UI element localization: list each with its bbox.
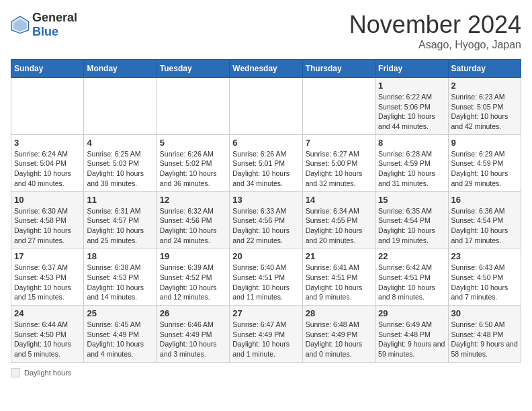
calendar-cell: 18Sunrise: 6:38 AM Sunset: 4:53 PM Dayli… — [84, 248, 157, 306]
calendar-cell: 21Sunrise: 6:41 AM Sunset: 4:51 PM Dayli… — [302, 248, 375, 306]
day-number: 5 — [160, 138, 226, 148]
legend-box — [11, 368, 20, 377]
day-info: Sunrise: 6:36 AM Sunset: 4:54 PM Dayligh… — [451, 206, 518, 246]
day-number: 23 — [451, 251, 518, 261]
calendar-table: SundayMondayTuesdayWednesdayThursdayFrid… — [11, 59, 521, 363]
calendar-cell: 12Sunrise: 6:32 AM Sunset: 4:56 PM Dayli… — [157, 191, 229, 248]
calendar-cell — [84, 78, 157, 135]
calendar-cell: 11Sunrise: 6:31 AM Sunset: 4:57 PM Dayli… — [84, 191, 157, 248]
day-info: Sunrise: 6:46 AM Sunset: 4:49 PM Dayligh… — [160, 320, 226, 359]
day-info: Sunrise: 6:31 AM Sunset: 4:57 PM Dayligh… — [87, 206, 153, 246]
day-info: Sunrise: 6:37 AM Sunset: 4:53 PM Dayligh… — [14, 263, 81, 302]
day-number: 6 — [232, 138, 299, 148]
day-number: 20 — [232, 251, 299, 261]
calendar-cell: 19Sunrise: 6:39 AM Sunset: 4:52 PM Dayli… — [157, 248, 229, 306]
day-info: Sunrise: 6:40 AM Sunset: 4:51 PM Dayligh… — [232, 263, 299, 302]
calendar-cell: 13Sunrise: 6:33 AM Sunset: 4:56 PM Dayli… — [230, 191, 302, 248]
day-info: Sunrise: 6:43 AM Sunset: 4:50 PM Dayligh… — [451, 263, 518, 302]
calendar-week-1: 1Sunrise: 6:22 AM Sunset: 5:06 PM Daylig… — [11, 78, 521, 135]
day-number: 24 — [14, 308, 81, 318]
legend: Daylight hours — [11, 368, 521, 377]
day-header-tuesday: Tuesday — [157, 60, 229, 78]
calendar-cell: 26Sunrise: 6:46 AM Sunset: 4:49 PM Dayli… — [157, 306, 229, 363]
day-number: 17 — [14, 251, 81, 261]
day-number: 15 — [378, 195, 445, 205]
calendar-cell: 7Sunrise: 6:27 AM Sunset: 5:00 PM Daylig… — [302, 134, 375, 191]
day-number: 3 — [14, 138, 81, 148]
day-info: Sunrise: 6:23 AM Sunset: 5:05 PM Dayligh… — [451, 92, 518, 132]
day-number: 10 — [14, 195, 81, 205]
day-number: 12 — [160, 195, 226, 205]
day-number: 13 — [232, 195, 299, 205]
calendar-cell — [157, 78, 229, 135]
day-header-wednesday: Wednesday — [230, 60, 302, 78]
calendar-cell: 8Sunrise: 6:28 AM Sunset: 4:59 PM Daylig… — [375, 134, 448, 191]
calendar-cell: 25Sunrise: 6:45 AM Sunset: 4:49 PM Dayli… — [84, 306, 157, 363]
day-info: Sunrise: 6:44 AM Sunset: 4:50 PM Dayligh… — [14, 320, 81, 359]
day-number: 8 — [378, 138, 445, 148]
page-header: General Blue November 2024 Asago, Hyogo,… — [11, 11, 521, 51]
calendar-cell: 5Sunrise: 6:26 AM Sunset: 5:02 PM Daylig… — [157, 134, 229, 191]
calendar-cell: 17Sunrise: 6:37 AM Sunset: 4:53 PM Dayli… — [11, 248, 84, 306]
logo-text: General Blue — [32, 11, 77, 39]
day-info: Sunrise: 6:32 AM Sunset: 4:56 PM Dayligh… — [160, 206, 226, 246]
day-header-monday: Monday — [84, 60, 157, 78]
calendar-cell: 2Sunrise: 6:23 AM Sunset: 5:05 PM Daylig… — [448, 78, 521, 135]
calendar-cell: 28Sunrise: 6:48 AM Sunset: 4:49 PM Dayli… — [302, 306, 375, 363]
day-number: 22 — [378, 251, 445, 261]
day-info: Sunrise: 6:26 AM Sunset: 5:02 PM Dayligh… — [160, 149, 226, 189]
day-header-saturday: Saturday — [448, 60, 521, 78]
day-number: 30 — [451, 308, 518, 318]
title-block: November 2024 Asago, Hyogo, Japan — [349, 11, 521, 51]
logo: General Blue — [11, 11, 77, 39]
calendar-cell — [230, 78, 302, 135]
calendar-cell: 20Sunrise: 6:40 AM Sunset: 4:51 PM Dayli… — [230, 248, 302, 306]
calendar-cell: 14Sunrise: 6:34 AM Sunset: 4:55 PM Dayli… — [302, 191, 375, 248]
day-number: 18 — [87, 251, 153, 261]
calendar-cell: 15Sunrise: 6:35 AM Sunset: 4:54 PM Dayli… — [375, 191, 448, 248]
calendar-week-4: 17Sunrise: 6:37 AM Sunset: 4:53 PM Dayli… — [11, 248, 521, 306]
day-info: Sunrise: 6:29 AM Sunset: 4:59 PM Dayligh… — [451, 149, 518, 189]
calendar-cell — [11, 78, 84, 135]
day-info: Sunrise: 6:42 AM Sunset: 4:51 PM Dayligh… — [378, 263, 445, 302]
calendar-cell: 23Sunrise: 6:43 AM Sunset: 4:50 PM Dayli… — [448, 248, 521, 306]
day-number: 27 — [232, 308, 299, 318]
calendar-cell: 6Sunrise: 6:26 AM Sunset: 5:01 PM Daylig… — [230, 134, 302, 191]
day-number: 26 — [160, 308, 226, 318]
day-info: Sunrise: 6:22 AM Sunset: 5:06 PM Dayligh… — [378, 92, 445, 132]
calendar-cell: 22Sunrise: 6:42 AM Sunset: 4:51 PM Dayli… — [375, 248, 448, 306]
logo-blue: Blue — [32, 25, 58, 38]
calendar-cell: 10Sunrise: 6:30 AM Sunset: 4:58 PM Dayli… — [11, 191, 84, 248]
month-title: November 2024 — [349, 11, 521, 39]
day-info: Sunrise: 6:34 AM Sunset: 4:55 PM Dayligh… — [306, 206, 372, 246]
day-info: Sunrise: 6:26 AM Sunset: 5:01 PM Dayligh… — [232, 149, 299, 189]
calendar-cell: 27Sunrise: 6:47 AM Sunset: 4:49 PM Dayli… — [230, 306, 302, 363]
calendar-week-3: 10Sunrise: 6:30 AM Sunset: 4:58 PM Dayli… — [11, 191, 521, 248]
day-number: 25 — [87, 308, 153, 318]
legend-label: Daylight hours — [24, 369, 71, 377]
day-number: 28 — [306, 308, 372, 318]
calendar-cell: 4Sunrise: 6:25 AM Sunset: 5:03 PM Daylig… — [84, 134, 157, 191]
day-info: Sunrise: 6:47 AM Sunset: 4:49 PM Dayligh… — [232, 320, 299, 359]
day-number: 11 — [87, 195, 153, 205]
calendar-cell: 9Sunrise: 6:29 AM Sunset: 4:59 PM Daylig… — [448, 134, 521, 191]
day-number: 2 — [451, 81, 518, 91]
calendar-cell: 30Sunrise: 6:50 AM Sunset: 4:48 PM Dayli… — [448, 306, 521, 363]
day-number: 9 — [451, 138, 518, 148]
calendar-week-2: 3Sunrise: 6:24 AM Sunset: 5:04 PM Daylig… — [11, 134, 521, 191]
day-info: Sunrise: 6:50 AM Sunset: 4:48 PM Dayligh… — [451, 320, 518, 359]
calendar-cell: 1Sunrise: 6:22 AM Sunset: 5:06 PM Daylig… — [375, 78, 448, 135]
calendar-cell: 3Sunrise: 6:24 AM Sunset: 5:04 PM Daylig… — [11, 134, 84, 191]
day-number: 19 — [160, 251, 226, 261]
calendar-cell: 16Sunrise: 6:36 AM Sunset: 4:54 PM Dayli… — [448, 191, 521, 248]
day-number: 21 — [306, 251, 372, 261]
day-number: 16 — [451, 195, 518, 205]
day-info: Sunrise: 6:35 AM Sunset: 4:54 PM Dayligh… — [378, 206, 445, 246]
calendar-cell — [302, 78, 375, 135]
day-header-sunday: Sunday — [11, 60, 84, 78]
location-title: Asago, Hyogo, Japan — [349, 39, 521, 51]
day-number: 29 — [378, 308, 445, 318]
day-number: 4 — [87, 138, 153, 148]
day-info: Sunrise: 6:24 AM Sunset: 5:04 PM Dayligh… — [14, 149, 81, 189]
day-info: Sunrise: 6:48 AM Sunset: 4:49 PM Dayligh… — [306, 320, 372, 359]
